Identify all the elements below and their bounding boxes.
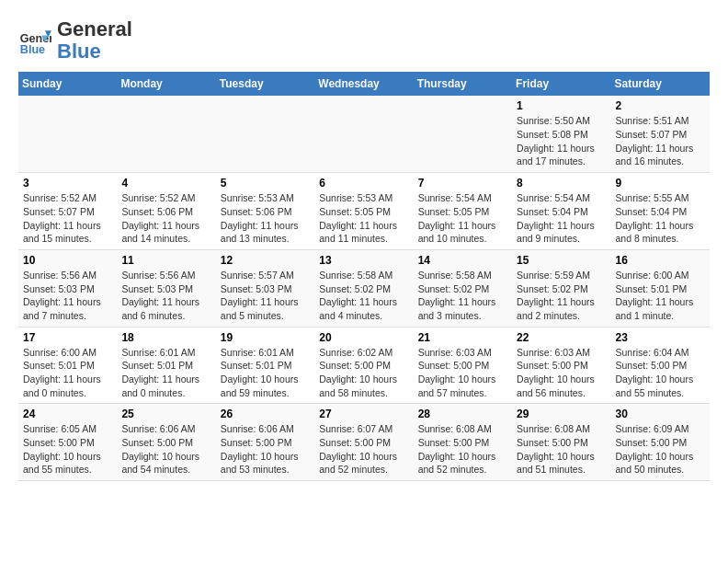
day-info: Sunrise: 6:00 AMSunset: 5:01 PMDaylight:…: [616, 269, 705, 323]
calendar-cell: 5Sunrise: 5:53 AMSunset: 5:06 PMDaylight…: [216, 173, 314, 250]
calendar-cell: 9Sunrise: 5:55 AMSunset: 5:04 PMDaylight…: [611, 173, 710, 250]
calendar-cell: 20Sunrise: 6:02 AMSunset: 5:00 PMDayligh…: [314, 327, 413, 404]
calendar-cell: 11Sunrise: 5:56 AMSunset: 5:03 PMDayligh…: [117, 249, 215, 327]
calendar-cell: [117, 96, 215, 172]
day-info: Sunrise: 5:59 AMSunset: 5:02 PMDaylight:…: [517, 269, 606, 323]
calendar-cell: 8Sunrise: 5:54 AMSunset: 5:04 PMDaylight…: [512, 173, 610, 250]
calendar-cell: 6Sunrise: 5:53 AMSunset: 5:05 PMDaylight…: [314, 173, 413, 250]
day-number: 22: [517, 331, 606, 344]
day-number: 11: [121, 254, 210, 267]
week-row: 1Sunrise: 5:50 AMSunset: 5:08 PMDaylight…: [18, 96, 710, 172]
calendar-cell: 12Sunrise: 5:57 AMSunset: 5:03 PMDayligh…: [216, 249, 314, 327]
day-number: 23: [616, 331, 705, 344]
svg-text:Blue: Blue: [20, 43, 45, 56]
day-info: Sunrise: 5:56 AMSunset: 5:03 PMDaylight:…: [121, 269, 210, 323]
calendar-cell: 23Sunrise: 6:04 AMSunset: 5:00 PMDayligh…: [611, 327, 710, 404]
day-info: Sunrise: 5:50 AMSunset: 5:08 PMDaylight:…: [517, 114, 606, 168]
weekday-header: Sunday: [18, 72, 117, 96]
day-info: Sunrise: 5:52 AMSunset: 5:06 PMDaylight:…: [121, 191, 210, 246]
calendar-cell: 26Sunrise: 6:06 AMSunset: 5:00 PMDayligh…: [216, 404, 314, 481]
page-header: General Blue General Blue: [18, 18, 710, 63]
day-info: Sunrise: 6:01 AMSunset: 5:01 PMDaylight:…: [221, 346, 310, 400]
day-number: 10: [23, 254, 112, 267]
calendar-cell: [314, 96, 413, 172]
day-number: 15: [517, 254, 606, 267]
day-number: 2: [616, 99, 705, 112]
day-info: Sunrise: 6:07 AMSunset: 5:00 PMDaylight:…: [319, 422, 408, 477]
day-info: Sunrise: 6:05 AMSunset: 5:00 PMDaylight:…: [23, 422, 112, 477]
day-info: Sunrise: 5:56 AMSunset: 5:03 PMDaylight:…: [23, 269, 112, 323]
week-row: 17Sunrise: 6:00 AMSunset: 5:01 PMDayligh…: [18, 327, 710, 404]
calendar-cell: 13Sunrise: 5:58 AMSunset: 5:02 PMDayligh…: [314, 249, 413, 327]
day-info: Sunrise: 6:08 AMSunset: 5:00 PMDaylight:…: [418, 422, 507, 477]
day-number: 4: [121, 177, 210, 190]
calendar-cell: 16Sunrise: 6:00 AMSunset: 5:01 PMDayligh…: [611, 249, 710, 327]
day-number: 14: [418, 254, 507, 267]
day-number: 20: [319, 331, 408, 344]
week-row: 3Sunrise: 5:52 AMSunset: 5:07 PMDaylight…: [18, 173, 710, 250]
weekday-header-row: SundayMondayTuesdayWednesdayThursdayFrid…: [18, 72, 710, 96]
day-number: 19: [221, 331, 310, 344]
day-number: 16: [616, 254, 705, 267]
day-info: Sunrise: 5:58 AMSunset: 5:02 PMDaylight:…: [319, 269, 408, 323]
day-info: Sunrise: 6:00 AMSunset: 5:01 PMDaylight:…: [23, 346, 112, 400]
logo-icon: General Blue: [18, 24, 51, 57]
week-row: 24Sunrise: 6:05 AMSunset: 5:00 PMDayligh…: [18, 404, 710, 481]
day-info: Sunrise: 6:03 AMSunset: 5:00 PMDaylight:…: [418, 346, 507, 400]
day-number: 29: [517, 408, 606, 420]
calendar-cell: 30Sunrise: 6:09 AMSunset: 5:00 PMDayligh…: [611, 404, 710, 481]
day-number: 26: [221, 408, 310, 420]
calendar-cell: 1Sunrise: 5:50 AMSunset: 5:08 PMDaylight…: [512, 96, 610, 172]
day-info: Sunrise: 6:09 AMSunset: 5:00 PMDaylight:…: [616, 422, 705, 477]
day-info: Sunrise: 5:53 AMSunset: 5:06 PMDaylight:…: [221, 191, 310, 246]
weekday-header: Monday: [117, 72, 215, 96]
calendar-cell: 29Sunrise: 6:08 AMSunset: 5:00 PMDayligh…: [512, 404, 610, 481]
day-number: 24: [23, 408, 112, 420]
weekday-header: Thursday: [414, 72, 512, 96]
calendar-cell: [216, 96, 314, 172]
day-info: Sunrise: 5:52 AMSunset: 5:07 PMDaylight:…: [23, 191, 112, 246]
day-info: Sunrise: 5:58 AMSunset: 5:02 PMDaylight:…: [418, 269, 507, 323]
day-info: Sunrise: 6:01 AMSunset: 5:01 PMDaylight:…: [121, 346, 210, 400]
day-number: 17: [23, 331, 112, 344]
calendar-cell: 19Sunrise: 6:01 AMSunset: 5:01 PMDayligh…: [216, 327, 314, 404]
day-number: 12: [221, 254, 310, 267]
day-number: 18: [121, 331, 210, 344]
day-info: Sunrise: 6:04 AMSunset: 5:00 PMDaylight:…: [616, 346, 705, 400]
day-number: 21: [418, 331, 507, 344]
day-number: 27: [319, 408, 408, 420]
calendar-cell: 28Sunrise: 6:08 AMSunset: 5:00 PMDayligh…: [414, 404, 512, 481]
calendar-cell: 3Sunrise: 5:52 AMSunset: 5:07 PMDaylight…: [18, 173, 117, 250]
day-info: Sunrise: 5:55 AMSunset: 5:04 PMDaylight:…: [616, 191, 705, 246]
calendar-cell: 14Sunrise: 5:58 AMSunset: 5:02 PMDayligh…: [414, 249, 512, 327]
calendar-cell: 7Sunrise: 5:54 AMSunset: 5:05 PMDaylight…: [414, 173, 512, 250]
day-info: Sunrise: 5:54 AMSunset: 5:05 PMDaylight:…: [418, 191, 507, 246]
calendar-cell: 10Sunrise: 5:56 AMSunset: 5:03 PMDayligh…: [18, 249, 117, 327]
calendar-cell: 18Sunrise: 6:01 AMSunset: 5:01 PMDayligh…: [117, 327, 215, 404]
calendar-cell: 27Sunrise: 6:07 AMSunset: 5:00 PMDayligh…: [314, 404, 413, 481]
day-info: Sunrise: 6:06 AMSunset: 5:00 PMDaylight:…: [221, 422, 310, 477]
weekday-header: Saturday: [611, 72, 710, 96]
day-number: 8: [517, 177, 606, 190]
weekday-header: Wednesday: [314, 72, 413, 96]
logo: General Blue General Blue: [18, 18, 132, 63]
weekday-header: Tuesday: [216, 72, 314, 96]
weekday-header: Friday: [512, 72, 610, 96]
week-row: 10Sunrise: 5:56 AMSunset: 5:03 PMDayligh…: [18, 249, 710, 327]
day-info: Sunrise: 5:54 AMSunset: 5:04 PMDaylight:…: [517, 191, 606, 246]
calendar-cell: 24Sunrise: 6:05 AMSunset: 5:00 PMDayligh…: [18, 404, 117, 481]
day-info: Sunrise: 5:57 AMSunset: 5:03 PMDaylight:…: [221, 269, 310, 323]
day-number: 13: [319, 254, 408, 267]
calendar-cell: 22Sunrise: 6:03 AMSunset: 5:00 PMDayligh…: [512, 327, 610, 404]
day-number: 25: [121, 408, 210, 420]
calendar-table: SundayMondayTuesdayWednesdayThursdayFrid…: [18, 72, 710, 481]
calendar-cell: 17Sunrise: 6:00 AMSunset: 5:01 PMDayligh…: [18, 327, 117, 404]
day-number: 28: [418, 408, 507, 420]
calendar-cell: [414, 96, 512, 172]
day-number: 7: [418, 177, 507, 190]
day-info: Sunrise: 5:51 AMSunset: 5:07 PMDaylight:…: [616, 114, 705, 168]
day-info: Sunrise: 6:02 AMSunset: 5:00 PMDaylight:…: [319, 346, 408, 400]
day-number: 30: [616, 408, 705, 420]
day-number: 6: [319, 177, 408, 190]
logo-text: General Blue: [57, 18, 132, 63]
